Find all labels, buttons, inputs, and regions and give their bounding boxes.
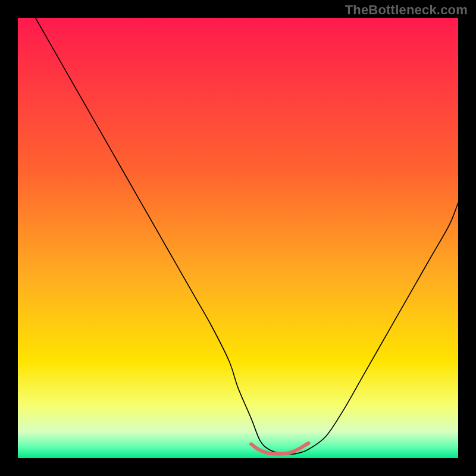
curve-layer — [18, 18, 458, 458]
series-bottleneck-curve — [36, 18, 458, 455]
plot-area — [18, 18, 458, 458]
watermark-label: TheBottleneck.com — [345, 2, 468, 18]
chart-frame: TheBottleneck.com — [0, 0, 476, 476]
series-valley-marker — [251, 443, 308, 454]
